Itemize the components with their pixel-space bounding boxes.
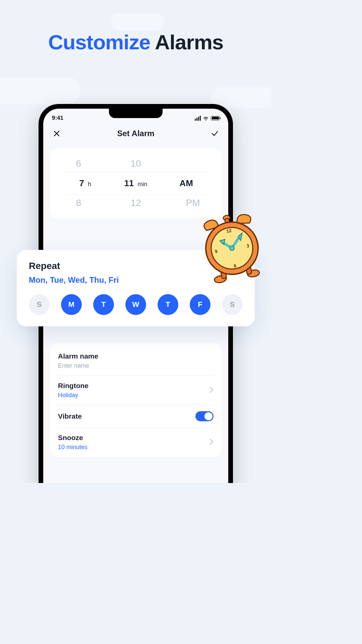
alarm-name-input[interactable]: Enter name	[58, 362, 98, 369]
day-toggle-sat[interactable]: S	[222, 294, 243, 315]
picker-min-prev: 10	[107, 158, 165, 169]
vibrate-toggle[interactable]	[195, 411, 214, 421]
decorative-cloud	[111, 13, 164, 30]
repeat-days-row: S M T W T F S	[29, 294, 243, 315]
cellular-icon	[195, 116, 201, 121]
day-toggle-tue[interactable]: T	[93, 294, 114, 315]
day-toggle-mon[interactable]: M	[61, 294, 82, 315]
wifi-icon	[203, 116, 209, 120]
ringtone-value: Holiday	[58, 392, 88, 399]
alarm-settings-card: Alarm name Enter name Ringtone Holiday V…	[50, 343, 222, 457]
snooze-label: Snooze	[58, 434, 87, 442]
picker-hour-prev: 6	[50, 158, 107, 169]
decorative-cloud	[211, 87, 272, 107]
picker-hour-sel: 7 h	[60, 178, 111, 189]
decorative-cloud	[0, 77, 80, 104]
phone-notch	[109, 109, 163, 118]
chevron-right-icon	[209, 438, 214, 446]
vibrate-label: Vibrate	[58, 412, 82, 420]
setting-snooze[interactable]: Snooze 10 minutes	[58, 428, 214, 457]
picker-hour-next: 8	[50, 198, 107, 208]
battery-icon	[211, 116, 220, 120]
nav-title: Set Alarm	[117, 129, 154, 138]
close-icon[interactable]	[52, 129, 61, 138]
alarm-name-label: Alarm name	[58, 352, 98, 360]
setting-ringtone[interactable]: Ringtone Holiday	[58, 376, 214, 405]
headline-part-b: Alarms	[155, 31, 223, 54]
nav-bar: Set Alarm	[43, 121, 228, 144]
alarm-clock-icon: 12 3 6 9	[198, 211, 265, 285]
ringtone-label: Ringtone	[58, 382, 88, 390]
day-toggle-wed[interactable]: W	[125, 294, 146, 315]
picker-min-sel: 11 min	[111, 178, 161, 189]
time-picker[interactable]: 6 10 7 h 11 min AM 8 12 PM	[50, 148, 222, 218]
setting-vibrate: Vibrate	[58, 405, 214, 428]
day-toggle-thu[interactable]: T	[158, 294, 178, 315]
status-icons	[195, 116, 220, 121]
day-toggle-fri[interactable]: F	[190, 294, 210, 315]
picker-period-sel: AM	[161, 178, 212, 189]
day-toggle-sun[interactable]: S	[29, 294, 50, 315]
chevron-right-icon	[209, 386, 214, 394]
snooze-value: 10 minutes	[58, 444, 87, 451]
picker-row-next: 8 12 PM	[50, 195, 222, 211]
picker-row-selected: 7 h 11 min AM	[60, 172, 212, 195]
picker-period-next: PM	[164, 198, 222, 208]
setting-alarm-name[interactable]: Alarm name Enter name	[58, 346, 214, 376]
svg-text:12: 12	[226, 228, 232, 234]
picker-row-prev: 6 10	[50, 156, 222, 172]
status-time: 9:41	[52, 115, 63, 121]
picker-min-next: 12	[107, 198, 165, 208]
svg-point-0	[205, 119, 206, 120]
headline-part-a: Customize	[48, 31, 155, 54]
confirm-icon[interactable]	[210, 129, 220, 138]
